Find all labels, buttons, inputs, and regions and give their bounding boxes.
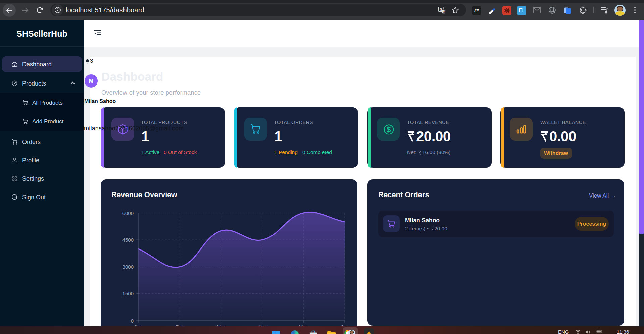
svg-text:G: G <box>440 8 442 11</box>
svg-text:6000: 6000 <box>122 210 134 216</box>
svg-text:4500: 4500 <box>122 237 134 243</box>
svg-text:3000: 3000 <box>122 264 134 270</box>
svg-text:1500: 1500 <box>122 291 134 296</box>
svg-text:0: 0 <box>131 318 134 324</box>
svg-text:文: 文 <box>442 10 446 13</box>
